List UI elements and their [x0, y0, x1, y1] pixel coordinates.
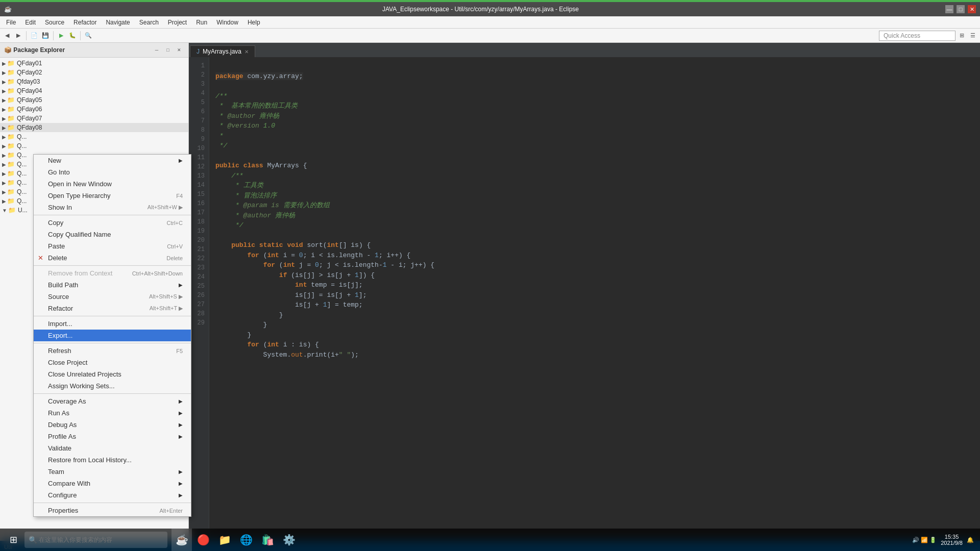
taskbar-app-browser[interactable]: 🌐: [236, 529, 256, 551]
ctx-debug-as[interactable]: Debug As ▶: [34, 419, 191, 431]
ctx-delete[interactable]: ✕ Delete Delete: [34, 252, 191, 264]
tree-item-qfday03[interactable]: ▶📁Qfday03: [0, 77, 188, 86]
toolbar-back[interactable]: ◀: [2, 31, 12, 41]
line-num-4: 4: [191, 89, 205, 98]
ctx-export[interactable]: Export...: [34, 330, 191, 341]
tree-item-qfday08[interactable]: ▶📁QFday08: [0, 123, 188, 132]
menu-search[interactable]: Search: [135, 18, 163, 27]
code-editor[interactable]: 1 2 3 4 5 6 7 8 9 10 11 12 13 14 15 16 1…: [189, 57, 980, 541]
menu-edit[interactable]: Edit: [21, 18, 40, 27]
menu-help[interactable]: Help: [243, 18, 264, 27]
menu-project[interactable]: Project: [164, 18, 191, 27]
taskbar-app-idea[interactable]: 🔴: [193, 529, 213, 551]
ctx-run-as[interactable]: Run As ▶: [34, 407, 191, 419]
code-content[interactable]: package com.yzy.array; /** * 基本常用的数组工具类 …: [209, 57, 980, 541]
ctx-close-unrelated[interactable]: Close Unrelated Projects: [34, 368, 191, 380]
ctx-profile-as[interactable]: Profile As ▶: [34, 431, 191, 442]
ctx-close-unrelated-label: Close Unrelated Projects: [48, 370, 121, 378]
taskbar-start-button[interactable]: ⊞: [2, 529, 24, 551]
toolbar-save[interactable]: 💾: [40, 31, 51, 41]
ctx-build-path[interactable]: Build Path ▶: [34, 279, 191, 291]
ctx-show-in-label: Show In: [48, 204, 72, 211]
ctx-team[interactable]: Team ▶: [34, 466, 191, 478]
tree-item-qfday05[interactable]: ▶📁QFday05: [0, 95, 188, 105]
ctx-show-in[interactable]: Show In Alt+Shift+W ▶: [34, 202, 191, 213]
ctx-coverage-as[interactable]: Coverage As ▶: [34, 395, 191, 407]
menu-file[interactable]: File: [2, 18, 20, 27]
ctx-open-type-hierarchy[interactable]: Open Type Hierarchy F4: [34, 190, 191, 202]
tree-item-qfday01[interactable]: ▶📁QFday01: [0, 59, 188, 68]
ctx-paste[interactable]: Paste Ctrl+V: [34, 240, 191, 252]
ctx-assign-working-sets[interactable]: Assign Working Sets...: [34, 380, 191, 392]
ctx-configure[interactable]: Configure ▶: [34, 489, 191, 501]
pe-minimize[interactable]: ─: [152, 45, 162, 55]
ctx-refresh-label: Refresh: [48, 347, 71, 355]
ctx-go-into[interactable]: Go Into: [34, 166, 191, 178]
line-num-10: 10: [191, 144, 205, 153]
tree-item-qfday07[interactable]: ▶📁QFday07: [0, 114, 188, 123]
toolbar-perspective[interactable]: ⊞: [957, 31, 967, 41]
title-bar-icon: ☕: [4, 6, 12, 13]
ctx-open-new-window[interactable]: Open in New Window: [34, 178, 191, 190]
pe-close[interactable]: ✕: [174, 45, 184, 55]
toolbar-sep2: [53, 31, 54, 40]
tab-close-button[interactable]: ✕: [244, 49, 249, 55]
maximize-button[interactable]: □: [957, 5, 965, 13]
taskbar-search-input[interactable]: [24, 532, 167, 548]
ctx-copy[interactable]: Copy Ctrl+C: [34, 217, 191, 229]
ctx-sep4: [34, 343, 191, 343]
ctx-remove-context[interactable]: Remove from Context Ctrl+Alt+Shift+Down: [34, 267, 191, 279]
ctx-properties[interactable]: Properties Alt+Enter: [34, 505, 191, 516]
close-button[interactable]: ✕: [968, 5, 976, 13]
quick-access-box[interactable]: Quick Access: [879, 31, 955, 41]
ctx-configure-arrow: ▶: [179, 492, 183, 498]
tree-item-qfday06[interactable]: ▶📁QFday06: [0, 105, 188, 114]
ctx-copy-qualified[interactable]: Copy Qualified Name: [34, 229, 191, 240]
taskbar-app-store[interactable]: 🛍️: [257, 529, 278, 551]
pe-header: 📦 Package Explorer ─ □ ✕: [0, 43, 188, 58]
toolbar-run[interactable]: ▶: [56, 31, 66, 41]
taskbar-app-settings[interactable]: ⚙️: [279, 529, 299, 551]
ctx-validate-label: Validate: [48, 444, 71, 452]
menu-window[interactable]: Window: [212, 18, 242, 27]
toolbar-view[interactable]: ☰: [968, 31, 978, 41]
ctx-refactor[interactable]: Refactor Alt+Shift+T ▶: [34, 303, 191, 314]
ctx-close-project[interactable]: Close Project: [34, 357, 191, 368]
ctx-show-in-shortcut: Alt+Shift+W ▶: [148, 204, 183, 211]
taskbar-notification[interactable]: 🔔: [967, 537, 974, 543]
taskbar: ⊞ 🔍 ☕ 🔴 📁 🌐 🛍️ ⚙️ 🔊 📶 🔋 15:35 2021/9/8 🔔: [0, 529, 980, 551]
tree-item-qfday02[interactable]: ▶📁QFday02: [0, 68, 188, 77]
ctx-compare-with[interactable]: Compare With ▶: [34, 478, 191, 489]
menu-refactor[interactable]: Refactor: [69, 18, 101, 27]
tree-item-q9[interactable]: ▶📁Q...: [0, 132, 188, 141]
minimize-button[interactable]: —: [945, 5, 953, 13]
ctx-restore[interactable]: Restore from Local History...: [34, 454, 191, 466]
ctx-import[interactable]: Import...: [34, 318, 191, 330]
ctx-validate[interactable]: Validate: [34, 442, 191, 454]
toolbar-new[interactable]: 📄: [29, 31, 39, 41]
ctx-run-as-arrow: ▶: [179, 410, 183, 416]
line-num-28: 28: [191, 309, 205, 318]
ctx-coverage-as-label: Coverage As: [48, 397, 86, 405]
package-explorer: 📦 Package Explorer ─ □ ✕ ▶📁QFday01 ▶📁QFd…: [0, 43, 189, 541]
tree-item-q10[interactable]: ▶📁Q...: [0, 141, 188, 151]
toolbar-debug[interactable]: 🐛: [67, 31, 78, 41]
tree-item-qfday04[interactable]: ▶📁QFday04: [0, 86, 188, 95]
toolbar-search[interactable]: 🔍: [83, 31, 93, 41]
ctx-sep5: [34, 393, 191, 394]
pe-maximize[interactable]: □: [163, 45, 173, 55]
ctx-team-arrow: ▶: [179, 469, 183, 474]
taskbar-app-explorer[interactable]: 📁: [214, 529, 235, 551]
menu-navigate[interactable]: Navigate: [102, 18, 134, 27]
menu-source[interactable]: Source: [41, 18, 68, 27]
line-num-23: 23: [191, 263, 205, 272]
ctx-new[interactable]: New ▶: [34, 155, 191, 166]
menu-run[interactable]: Run: [192, 18, 211, 27]
editor-tab-myarrays[interactable]: J MyArrays.java ✕: [190, 45, 255, 57]
line-num-5: 5: [191, 98, 205, 107]
ctx-refresh[interactable]: Refresh F5: [34, 345, 191, 357]
toolbar-forward[interactable]: ▶: [13, 31, 23, 41]
ctx-source[interactable]: Source Alt+Shift+S ▶: [34, 291, 191, 303]
taskbar-systray-icons: 🔊 📶 🔋: [912, 537, 937, 543]
taskbar-app-eclipse[interactable]: ☕: [172, 529, 192, 551]
